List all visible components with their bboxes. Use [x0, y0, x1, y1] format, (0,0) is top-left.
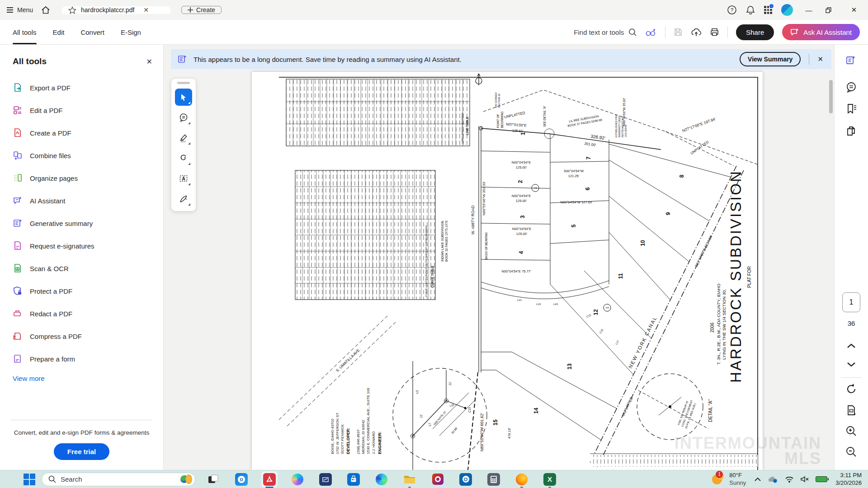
weather-temp: 80°F — [729, 472, 746, 479]
tool-export-pdf[interactable]: Export a PDF — [0, 76, 163, 99]
tab-all-tools[interactable]: All tools — [13, 20, 37, 44]
panel-close-icon[interactable]: ✕ — [146, 57, 152, 66]
plat-label: N27°17'00"E 197.94' — [682, 117, 717, 133]
document-tab[interactable]: hardrockplatccr.pdf ✕ — [62, 6, 170, 14]
outlook-classic-button[interactable]: O — [458, 471, 474, 488]
copilot-button[interactable] — [289, 471, 306, 488]
windows-taskbar: Search o — [0, 470, 868, 488]
compress-pdf-icon — [13, 331, 23, 341]
tool-create-pdf[interactable]: Create a PDF — [0, 122, 163, 144]
page-number-input[interactable]: 1 — [842, 292, 860, 312]
hidden-icons-chevron[interactable] — [754, 477, 761, 482]
generative-summary-shortcut-icon[interactable] — [845, 55, 857, 66]
tool-redact-pdf[interactable]: Redact a PDF — [0, 302, 163, 325]
plat-label: 125.00' — [516, 232, 528, 236]
free-trial-button[interactable]: Free trial — [54, 443, 109, 460]
banner-message: This appears to be a long document. Save… — [193, 56, 462, 63]
find-text-button[interactable]: Find text or tools — [574, 28, 637, 37]
window-restore-button[interactable] — [825, 6, 838, 14]
plat-label: N00°04'54"E — [512, 160, 531, 164]
pdf-page[interactable]: LINE LENGTH BEARING LINE TABLE CURVE LEN… — [252, 72, 763, 470]
drag-handle[interactable] — [177, 82, 190, 84]
tab-esign[interactable]: E-Sign — [121, 20, 141, 44]
document-scrollbar-thumb[interactable] — [829, 80, 833, 113]
export-pdf-icon — [13, 83, 23, 93]
tool-prepare-form[interactable]: Prepare a form — [0, 347, 163, 370]
app-launcher-icon[interactable] — [764, 6, 772, 14]
edge-button[interactable] — [373, 471, 390, 488]
text-select-tool-button[interactable]: A — [175, 170, 192, 187]
excel-button[interactable]: X — [542, 471, 558, 488]
tool-protect-pdf[interactable]: Protect a PDF — [0, 280, 163, 302]
svg-text:PLAT FOR: PLAT FOR — [747, 266, 752, 288]
file-explorer-button[interactable] — [401, 471, 418, 488]
tool-ai-assistant[interactable]: AI Assistant — [0, 189, 163, 212]
rotate-page-icon[interactable] — [845, 383, 858, 395]
menu-button[interactable]: Menu — [6, 6, 33, 14]
combine-files-icon — [13, 150, 23, 160]
microsoft-store-button[interactable] — [345, 471, 362, 488]
banner-close-icon[interactable]: ✕ — [817, 55, 825, 63]
tool-edit-pdf[interactable]: Edit a PDF — [0, 99, 163, 122]
pages-panel-icon[interactable] — [845, 125, 858, 138]
account-avatar[interactable] — [781, 4, 793, 16]
volume-muted-icon[interactable] — [800, 476, 809, 483]
microsoft-365-button[interactable] — [429, 471, 446, 488]
time: 3:11 PM — [835, 472, 862, 479]
window-minimize-button[interactable]: — — [802, 6, 816, 14]
notifications-bell-icon[interactable] — [746, 5, 755, 15]
zoom-out-icon[interactable] — [845, 446, 857, 458]
start-button[interactable] — [24, 474, 35, 485]
microsoft-store-icon — [347, 473, 360, 486]
tab-close-icon[interactable]: ✕ — [143, 6, 149, 14]
tool-compress-pdf[interactable]: Compress a PDF — [0, 325, 163, 347]
tab-edit[interactable]: Edit — [53, 20, 65, 44]
zoom-in-icon[interactable] — [845, 425, 857, 437]
tool-generative-summary[interactable]: Generative summary — [0, 212, 163, 235]
comment-bubble-icon — [179, 113, 189, 122]
draw-tool-button[interactable] — [175, 150, 192, 167]
svg-text:6: 6 — [585, 187, 591, 190]
firefox-button[interactable] — [514, 471, 530, 488]
create-tab-button[interactable]: Create — [181, 6, 222, 14]
calculator-button[interactable] — [486, 471, 502, 488]
weather-widget[interactable]: 1 80°F Sunny — [712, 472, 746, 487]
acrobat-button[interactable] — [261, 471, 278, 488]
cloud-upload-icon[interactable] — [691, 28, 702, 37]
home-button[interactable] — [41, 6, 50, 14]
share-button[interactable]: Share — [736, 24, 774, 40]
highlight-tool-button[interactable] — [175, 129, 192, 146]
page-fit-icon[interactable]: 1:1 — [845, 404, 858, 417]
outlook-new-button[interactable]: o — [233, 471, 250, 488]
comments-panel-icon[interactable] — [845, 81, 858, 94]
previous-page-chevron-icon[interactable] — [847, 343, 856, 348]
wifi-icon[interactable] — [785, 476, 794, 483]
tab-convert[interactable]: Convert — [80, 20, 104, 44]
taskbar-clock[interactable]: 3:11 PM 3/20/2026 — [835, 472, 862, 487]
taskbar-search[interactable]: Search — [42, 473, 195, 486]
tool-request-esignatures[interactable]: Request e-signatures — [0, 235, 163, 257]
select-tool-button[interactable] — [175, 89, 192, 106]
ask-ai-assistant-button[interactable]: Ask AI Assistant — [782, 24, 860, 40]
battery-icon[interactable] — [816, 476, 827, 482]
tool-combine-files[interactable]: Combine files — [0, 144, 163, 167]
tool-organize-pages[interactable]: Organize pages — [0, 167, 163, 189]
view-more-link[interactable]: View more — [0, 370, 163, 387]
svg-text:9: 9 — [665, 212, 671, 215]
save-icon[interactable] — [674, 28, 683, 37]
scanner-app-button[interactable] — [317, 471, 334, 488]
ai-search-icon[interactable] — [645, 27, 657, 37]
title-block: PLAT FOR HARDROCK SUBDIVISION LYING IN T… — [710, 170, 752, 383]
help-icon[interactable]: ? — [727, 5, 737, 15]
window-close-button[interactable]: ✕ — [847, 6, 861, 14]
view-summary-button[interactable]: View Summary — [740, 52, 801, 66]
task-view-button[interactable] — [205, 471, 222, 488]
tool-scan-ocr[interactable]: A Scan & OCR — [0, 257, 163, 280]
onedrive-cloud-icon[interactable]: e — [768, 476, 778, 483]
sign-tool-button[interactable] — [175, 190, 192, 207]
next-page-chevron-icon[interactable] — [847, 362, 856, 367]
bookmarks-panel-icon[interactable] — [845, 103, 858, 115]
print-icon[interactable] — [710, 28, 719, 37]
comment-tool-button[interactable] — [175, 109, 192, 126]
plus-icon — [188, 7, 193, 13]
